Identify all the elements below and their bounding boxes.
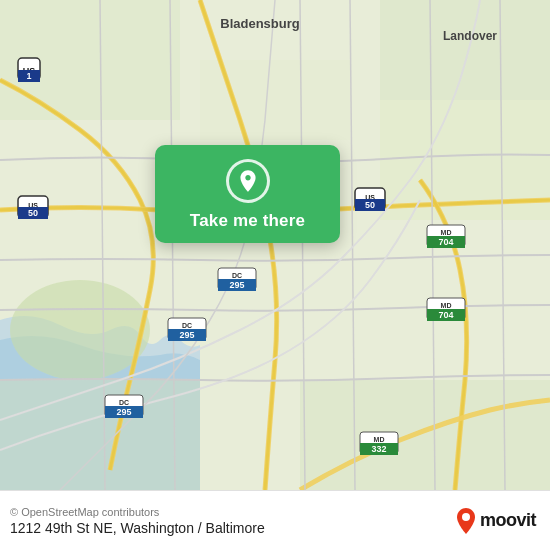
address-section: © OpenStreetMap contributors 1212 49th S… [10, 506, 265, 536]
svg-text:50: 50 [28, 208, 38, 218]
svg-text:MD: MD [441, 229, 452, 236]
svg-text:332: 332 [371, 444, 386, 454]
location-address: 1212 49th St NE, Washington / Baltimore [10, 520, 265, 536]
svg-text:295: 295 [116, 407, 131, 417]
map-attribution: © OpenStreetMap contributors [10, 506, 265, 518]
svg-text:MD: MD [374, 436, 385, 443]
moovit-logo: moovit [455, 507, 536, 535]
svg-text:Landover: Landover [443, 29, 497, 43]
svg-text:DC: DC [182, 322, 192, 329]
svg-text:295: 295 [229, 280, 244, 290]
map-background: US 1 1 US 50 US 50 DC 295 DC 295 DC 295 … [0, 0, 550, 490]
bottom-bar: © OpenStreetMap contributors 1212 49th S… [0, 490, 550, 550]
svg-text:50: 50 [365, 200, 375, 210]
svg-point-7 [10, 280, 150, 380]
moovit-wordmark: moovit [480, 510, 536, 531]
svg-rect-3 [380, 0, 550, 100]
location-pin-icon [226, 159, 270, 203]
svg-text:MD: MD [441, 302, 452, 309]
svg-text:704: 704 [438, 310, 453, 320]
take-me-there-button[interactable]: Take me there [155, 145, 340, 243]
svg-text:1: 1 [26, 71, 31, 81]
map-area: US 1 1 US 50 US 50 DC 295 DC 295 DC 295 … [0, 0, 550, 490]
svg-text:DC: DC [232, 272, 242, 279]
svg-point-47 [462, 513, 470, 521]
svg-rect-6 [300, 380, 550, 490]
svg-text:704: 704 [438, 237, 453, 247]
svg-text:DC: DC [119, 399, 129, 406]
moovit-pin-icon [455, 507, 477, 535]
svg-text:295: 295 [179, 330, 194, 340]
svg-text:Bladensburg: Bladensburg [220, 16, 300, 31]
take-me-there-label: Take me there [190, 211, 305, 231]
